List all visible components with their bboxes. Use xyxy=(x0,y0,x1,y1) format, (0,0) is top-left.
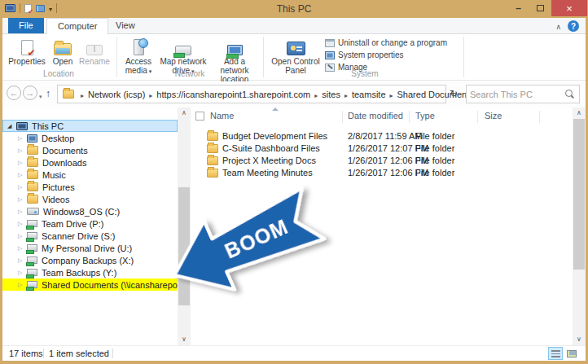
tree-item-this-pc[interactable]: This PC xyxy=(2,120,178,132)
breadcrumb-sites[interactable]: sites xyxy=(322,90,340,99)
scroll-down-icon[interactable] xyxy=(178,334,191,345)
back-button[interactable] xyxy=(7,86,21,100)
tree-item-team-drive[interactable]: Team Drive (P:) xyxy=(2,217,178,230)
folder-icon xyxy=(27,146,38,155)
search-box[interactable] xyxy=(466,85,580,103)
tree-item-pictures[interactable]: Pictures xyxy=(2,181,178,193)
tree-item-company-backups[interactable]: Company Backups (X:) xyxy=(2,254,178,266)
breadcrumb-network[interactable]: Network (icsp) xyxy=(88,90,145,99)
properties-button[interactable]: Properties xyxy=(6,36,48,66)
uninstall-program-button[interactable]: Uninstall or change a program xyxy=(325,37,447,48)
tree-item-documents[interactable]: Documents xyxy=(2,144,178,156)
network-drive-icon xyxy=(27,269,37,276)
scroll-up-icon[interactable] xyxy=(573,107,586,119)
breadcrumb-separator-icon xyxy=(81,90,84,99)
expand-icon[interactable] xyxy=(18,172,27,178)
column-header-name[interactable]: Name xyxy=(210,111,234,121)
divider[interactable] xyxy=(539,111,540,123)
add-network-location-icon xyxy=(227,45,243,55)
close-button[interactable] xyxy=(551,0,587,16)
tree-item-scanner-drive[interactable]: Scanner Drive (S:) xyxy=(2,230,178,242)
table-row[interactable]: Team Meeting Minutes 1/26/2017 12:06 PM … xyxy=(191,167,573,179)
network-drive-icon xyxy=(27,220,37,227)
tab-view[interactable]: View xyxy=(105,18,146,33)
divider[interactable] xyxy=(409,111,410,123)
tree-item-videos[interactable]: Videos xyxy=(2,193,178,205)
ribbon: Properties Open Rename Location Access m… xyxy=(2,34,586,81)
recent-locations-icon[interactable] xyxy=(39,90,42,100)
collapse-icon[interactable] xyxy=(7,123,16,129)
tree-item-shared-documents[interactable]: Shared Documents (\\icansharepoint1.shar… xyxy=(2,278,178,291)
tree-item-desktop[interactable]: Desktop xyxy=(2,132,178,144)
tab-file[interactable]: File xyxy=(8,18,44,34)
minimize-button[interactable] xyxy=(507,0,529,16)
expand-icon[interactable] xyxy=(18,196,27,203)
tree-item-downloads[interactable]: Downloads xyxy=(2,156,178,169)
tree-item-windows8-os[interactable]: Windows8_OS (C:) xyxy=(2,205,178,217)
list-scrollbar[interactable] xyxy=(573,107,586,345)
ribbon-tab-row: File Computer View xyxy=(2,18,586,34)
divider xyxy=(463,37,464,77)
up-button[interactable] xyxy=(46,88,50,99)
details-view-icon xyxy=(551,350,560,357)
tab-computer[interactable]: Computer xyxy=(46,18,108,34)
expand-icon[interactable] xyxy=(18,184,27,191)
thumbnails-view-button[interactable] xyxy=(564,347,579,360)
refresh-icon[interactable] xyxy=(450,88,458,99)
column-header-type[interactable]: Type xyxy=(415,111,435,121)
expand-icon[interactable] xyxy=(18,208,27,215)
table-row[interactable]: Project X Meeting Docs 1/26/2017 12:06 P… xyxy=(191,155,573,167)
help-icon[interactable] xyxy=(568,20,579,32)
item-count: 17 items xyxy=(9,349,43,358)
map-network-drive-icon xyxy=(175,46,191,55)
maximize-icon xyxy=(537,5,544,11)
boom-annotation-arrow: BOOM xyxy=(166,194,329,292)
breadcrumb-teamsite[interactable]: teamsite xyxy=(352,90,386,99)
tree-item-music[interactable]: Music xyxy=(2,169,178,181)
tree-item-my-personal-drive[interactable]: My Personal Drive (U:) xyxy=(2,242,178,254)
breadcrumb-separator-icon xyxy=(149,90,152,99)
navigation-pane: This PC Desktop Documents Downloads xyxy=(2,107,178,345)
divider[interactable] xyxy=(477,111,478,123)
divider xyxy=(112,349,113,358)
column-header-date-modified[interactable]: Date modified xyxy=(348,111,403,121)
search-input[interactable] xyxy=(467,90,564,99)
properties-icon xyxy=(21,40,33,55)
forward-button[interactable] xyxy=(23,86,37,100)
tree-item-team-backups[interactable]: Team Backups (Y:) xyxy=(2,266,178,278)
scroll-down-icon[interactable] xyxy=(573,334,586,345)
table-row[interactable]: C-Suite Dashboard Files 1/26/2017 12:07 … xyxy=(191,143,573,155)
divider[interactable] xyxy=(342,111,343,123)
minimize-ribbon-icon[interactable] xyxy=(555,21,561,31)
network-drive-icon xyxy=(27,281,37,288)
folder-icon xyxy=(207,169,218,178)
column-header-size[interactable]: Size xyxy=(485,111,502,121)
open-button[interactable]: Open xyxy=(50,36,76,66)
expand-icon[interactable] xyxy=(18,147,27,154)
select-all-checkbox[interactable] xyxy=(195,112,204,121)
address-bar[interactable]: Network (icsp) https://icansharepoint1.s… xyxy=(57,85,446,103)
system-properties-icon xyxy=(325,51,335,59)
breadcrumb-separator-icon xyxy=(390,90,393,99)
expand-icon[interactable] xyxy=(18,160,27,166)
maximize-button[interactable] xyxy=(529,0,551,16)
scrollbar-thumb[interactable] xyxy=(573,119,585,270)
rename-button[interactable]: Rename xyxy=(76,36,113,66)
sort-ascending-icon xyxy=(272,107,279,111)
folder-icon xyxy=(207,132,218,141)
title-bar[interactable]: This PC xyxy=(0,0,588,18)
explorer-window: This PC File Computer View Properties xyxy=(0,0,588,364)
access-media-icon xyxy=(134,39,144,55)
rename-icon xyxy=(86,45,103,55)
details-view-button[interactable] xyxy=(548,347,563,360)
table-row[interactable]: Budget Development Files 2/8/2017 11:59 … xyxy=(191,130,573,143)
folder-icon xyxy=(207,144,218,153)
search-icon[interactable] xyxy=(564,89,575,99)
system-properties-button[interactable]: System properties xyxy=(325,50,404,60)
breadcrumb-shared-documents[interactable]: Shared Documents xyxy=(397,90,474,99)
scroll-up-icon[interactable] xyxy=(178,107,191,119)
breadcrumb-separator-icon xyxy=(344,90,348,99)
computer-icon xyxy=(16,122,28,130)
expand-icon[interactable] xyxy=(18,135,27,142)
breadcrumb-site-url[interactable]: https://icansharepoint1.sharepoint.com xyxy=(156,90,310,99)
